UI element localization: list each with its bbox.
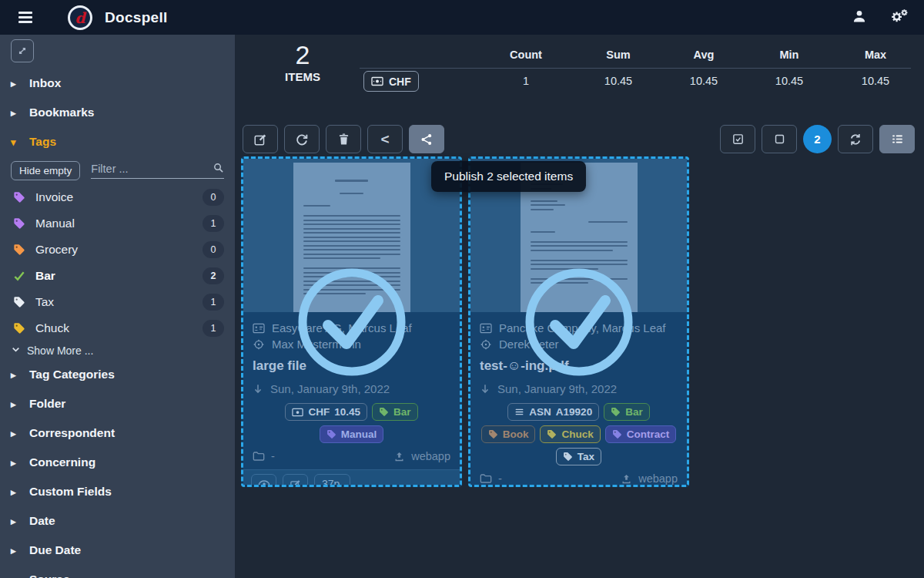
hide-empty-button[interactable]: Hide empty xyxy=(11,161,80,180)
sidebar-collapse-button[interactable] xyxy=(11,39,34,62)
tag-row-grocery[interactable]: Grocery 0 xyxy=(0,237,235,263)
exit-select-mode-button[interactable] xyxy=(838,125,873,153)
stats-val-avg: 10.45 xyxy=(690,75,718,87)
menu-icon[interactable] xyxy=(15,8,35,26)
tag-chip-manual[interactable]: Manual xyxy=(320,425,384,443)
tag-chip-contract[interactable]: Contract xyxy=(605,425,677,443)
currency-label: CHF xyxy=(389,76,411,88)
stats-col-max: Max xyxy=(865,49,886,61)
edit-selected-button[interactable] xyxy=(243,125,278,153)
tag-chip-label: Contract xyxy=(627,428,670,440)
sidebar-section-correspondent[interactable]: ▸ Correspondent xyxy=(0,418,235,448)
select-all-button[interactable] xyxy=(720,125,755,153)
tag-chip-label: Book xyxy=(503,428,529,440)
tag-chip-chuck[interactable]: Chuck xyxy=(540,425,600,443)
sidebar-section-tags[interactable]: ▾ Tags xyxy=(0,127,235,156)
tag-chip-label: Manual xyxy=(341,428,377,440)
caret-right-icon: ▸ xyxy=(11,516,21,527)
tag-icon xyxy=(611,407,621,417)
reprocess-selected-button[interactable] xyxy=(284,125,320,153)
tag-icon xyxy=(13,322,25,334)
folder-info: - xyxy=(253,450,275,462)
settings-gears-icon[interactable] xyxy=(890,8,909,27)
list-view-button[interactable] xyxy=(879,125,915,153)
sidebar-section-bookmarks[interactable]: ▸ Bookmarks xyxy=(0,98,235,127)
caret-right-icon: ▸ xyxy=(11,369,21,381)
edit-item-button[interactable] xyxy=(283,474,308,488)
sidebar-section-due-date[interactable]: ▸ Due Date xyxy=(0,536,235,565)
item-card-test-ing-pdf[interactable]: Pancake Company, Marcus Leaf Derek Jeter… xyxy=(468,156,689,487)
caret-right-icon: ▸ xyxy=(11,574,21,578)
user-icon[interactable] xyxy=(852,8,867,26)
tag-chip-bar[interactable]: Bar xyxy=(604,403,650,421)
source-info: webapp xyxy=(621,472,678,485)
preview-button[interactable] xyxy=(251,474,276,488)
edit-icon xyxy=(253,133,267,146)
check-icon xyxy=(13,270,25,282)
folder-info: - xyxy=(480,472,502,485)
tag-row-tax[interactable]: Tax 1 xyxy=(0,289,235,315)
tag-row-chuck[interactable]: Chuck 1 xyxy=(0,315,235,341)
item-date: Sun, January 9th, 2022 xyxy=(497,382,617,395)
tag-row-invoice[interactable]: Invoice 0 xyxy=(0,184,235,210)
sidebar-section-tag-categories[interactable]: ▸ Tag Categories xyxy=(0,360,235,389)
tag-row-bar-selected[interactable]: Bar 2 xyxy=(0,263,235,289)
section-label: Due Date xyxy=(29,543,81,557)
caret-right-icon: ▸ xyxy=(11,107,21,119)
publish-selected-button[interactable] xyxy=(409,125,444,153)
concerning-row: Max Mustermann xyxy=(253,338,450,351)
tag-filter-input[interactable] xyxy=(91,163,213,175)
tag-filter xyxy=(91,162,224,179)
folder-name: - xyxy=(271,450,275,462)
deselect-all-button[interactable] xyxy=(762,125,797,153)
tag-icon xyxy=(13,244,25,256)
sidebar: ▸ Inbox ▸ Bookmarks ▾ Tags Hide empty xyxy=(0,35,235,578)
item-title[interactable]: large file xyxy=(253,358,450,374)
tag-chip-tax[interactable]: Tax xyxy=(556,448,601,465)
eye-icon xyxy=(258,479,270,487)
sidebar-section-concerning[interactable]: ▸ Concerning xyxy=(0,448,235,477)
concerning-row: Derek Jeter xyxy=(480,338,678,351)
caret-right-icon: ▸ xyxy=(11,457,21,469)
item-title[interactable]: test-☺-ing.pdf xyxy=(480,358,678,374)
sidebar-section-inbox[interactable]: ▸ Inbox xyxy=(0,69,235,98)
sync-icon xyxy=(849,133,862,146)
sidebar-section-date[interactable]: ▸ Date xyxy=(0,506,235,536)
less-than-icon: < xyxy=(380,132,389,146)
merge-selected-button[interactable]: < xyxy=(367,125,403,153)
stats-col-sum: Sum xyxy=(606,49,630,61)
sidebar-section-folder[interactable]: ▸ Folder xyxy=(0,389,235,418)
item-badges: CHF 10.45 Bar Manual xyxy=(253,403,450,443)
stats-col-count: Count xyxy=(510,49,542,61)
item-card-large-file[interactable]: EasyCare AG, Marcus Leaf Max Mustermann … xyxy=(241,156,462,487)
tag-chip-label: Bar xyxy=(625,406,643,418)
asn-value: A19920 xyxy=(556,406,592,418)
tag-count-badge: 1 xyxy=(203,320,224,337)
tag-filter-controls: Hide empty xyxy=(0,156,235,184)
sidebar-section-source[interactable]: ▸ Source xyxy=(0,565,235,578)
source-info: webapp xyxy=(393,450,450,462)
stats-val-count: 1 xyxy=(523,75,529,87)
item-badges: ASN A19920 Bar Book Chuck xyxy=(480,403,678,465)
tag-chip-book[interactable]: Book xyxy=(481,425,536,443)
dot-circle-icon xyxy=(253,338,265,351)
tag-chip-bar[interactable]: Bar xyxy=(372,403,418,421)
tag-icon xyxy=(13,296,25,308)
item-date: Sun, January 9th, 2022 xyxy=(270,382,390,395)
section-label: Tags xyxy=(29,135,56,149)
delete-selected-button[interactable] xyxy=(326,125,361,153)
tag-count-badge: 0 xyxy=(203,189,224,206)
source-name: webapp xyxy=(638,472,678,485)
card-action-bar: 37p. xyxy=(243,469,460,487)
trash-icon xyxy=(337,133,350,146)
sidebar-section-custom-fields[interactable]: ▸ Custom Fields xyxy=(0,477,235,506)
asn-label: ASN xyxy=(529,406,551,418)
show-more-tags[interactable]: Show More ... xyxy=(0,341,235,360)
tag-count-badge: 1 xyxy=(203,215,224,232)
tag-count-badge: 1 xyxy=(203,294,224,311)
tag-icon xyxy=(563,452,573,462)
tag-label: Manual xyxy=(35,217,75,230)
tag-label: Grocery xyxy=(35,243,78,257)
tag-row-manual[interactable]: Manual 1 xyxy=(0,210,235,237)
search-icon xyxy=(213,162,224,176)
